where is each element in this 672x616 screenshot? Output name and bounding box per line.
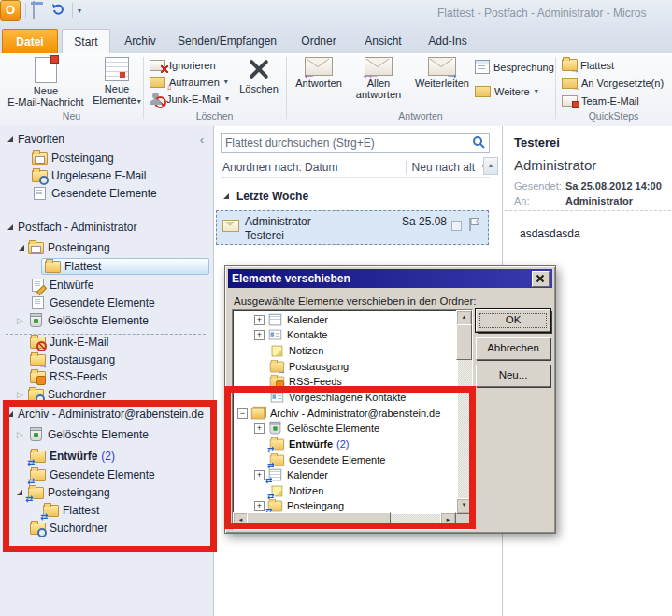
sidebar-item-geloeschte[interactable]: ▷ Gelöschte Elemente	[0, 312, 213, 329]
sidebar-item-archive-suchordner[interactable]: Suchordner	[0, 520, 213, 537]
tab-senden-empfangen[interactable]: Senden/Empfangen	[172, 29, 282, 53]
tree-item-rss[interactable]: RSS-Feeds	[266, 374, 342, 389]
search-icon[interactable]	[472, 136, 485, 151]
ok-button[interactable]: OK	[476, 309, 550, 332]
close-icon[interactable]	[532, 271, 550, 287]
expand-plus-icon[interactable]: +	[254, 501, 265, 511]
tree-item-archiv-gesendete[interactable]: Gesendete Elemente	[266, 452, 385, 467]
tree-item-archiv-geloeschte[interactable]: + Gelöschte Elemente	[254, 421, 379, 436]
expanded-icon[interactable]	[17, 490, 22, 495]
expanded-icon[interactable]	[19, 245, 24, 251]
cancel-button[interactable]: Abbrechen	[476, 337, 550, 360]
tree-item-kontakte[interactable]: + Kontakte	[254, 327, 327, 342]
quickstep-team-email[interactable]: Team-E-Mail	[562, 93, 639, 108]
sidebar-item-archive-geloeschte[interactable]: ▷ Gelöschte Elemente	[0, 426, 213, 443]
list-scroll-up-button[interactable]: ▲	[483, 157, 498, 175]
sidebar-item-postausgang[interactable]: Postausgang	[0, 351, 213, 368]
message-row[interactable]: Administrator Sa 25.08 Testerei	[216, 210, 489, 245]
sidebar-item-ungelesene-email[interactable]: Ungelesene E-Mail	[0, 167, 213, 184]
sidebar-item-archive-flattest[interactable]: Flattest	[0, 502, 213, 519]
expanded-icon[interactable]	[7, 411, 13, 417]
tree-item-vorgeschlagene[interactable]: Vorgeschlagene Kontakte	[266, 390, 406, 405]
tab-archiv[interactable]: Archiv	[116, 29, 164, 53]
sidebar-item-gesendete[interactable]: Gesendete Elemente	[0, 294, 213, 311]
tab-add-ins[interactable]: Add-Ins	[419, 29, 477, 53]
quickstep-an-vorgesetzte[interactable]: → An Vorgesetzte(n)	[562, 75, 664, 91]
expand-plus-icon[interactable]: +	[254, 423, 265, 434]
sidebar-item-entwuerfe[interactable]: Entwürfe	[0, 277, 213, 294]
tree-item-notizen[interactable]: Notizen	[266, 343, 323, 358]
new-folder-button[interactable]: Neu...	[476, 365, 550, 387]
arrange-by-label[interactable]: Anordnen nach: Datum	[222, 161, 337, 174]
dialog-title-bar[interactable]: Elemente verschieben	[228, 269, 552, 288]
tab-start[interactable]: Start	[62, 29, 110, 55]
mailbox-root[interactable]: Postfach - Administrator	[0, 219, 213, 236]
tree-item-archiv[interactable]: − Archiv - Administrator@rabenstein.de	[237, 406, 440, 421]
collapsed-icon[interactable]: ▷	[17, 431, 23, 439]
sidebar-item-archive-gesendete[interactable]: Gesendete Elemente	[0, 466, 213, 483]
move-to-folder-icon: →	[562, 59, 577, 71]
sidebar-item-junk[interactable]: Junk-E-Mail	[0, 334, 213, 351]
message-subject: Testerei	[245, 229, 284, 242]
date-group-header[interactable]: Letzte Woche	[218, 188, 494, 205]
undo-icon[interactable]	[50, 2, 67, 19]
sidebar-item-rss[interactable]: RSS-Feeds	[0, 368, 213, 385]
sidebar-item-flattest[interactable]: Flattest	[0, 258, 213, 275]
expanded-icon[interactable]	[7, 136, 13, 142]
sent-items-icon	[30, 297, 45, 309]
quickstep-flattest[interactable]: → Flattest	[562, 57, 614, 73]
expand-plus-icon[interactable]: +	[254, 315, 265, 325]
collapsed-icon[interactable]: ▷	[17, 391, 23, 399]
meeting-button[interactable]: Besprechung	[475, 59, 554, 75]
archive-root[interactable]: Archiv - Administrator@rabenstein.de	[0, 406, 213, 423]
collapsed-icon[interactable]: ▷	[17, 317, 23, 325]
tree-item-archiv-entwuerfe[interactable]: Entwürfe (2)	[266, 437, 350, 451]
junk-button[interactable]: Junk-E-Mail▾	[150, 91, 229, 107]
trash-icon	[268, 423, 281, 434]
sidebar-item-archive-posteingang[interactable]: Posteingang	[0, 484, 213, 501]
sidebar-item-posteingang[interactable]: Posteingang	[0, 239, 213, 256]
sidebar-item-posteingang-fav[interactable]: Posteingang	[0, 150, 213, 166]
tree-hscrollbar-thumb[interactable]	[247, 512, 391, 529]
search-input[interactable]: Flattest durchsuchen (Strg+E)	[221, 133, 490, 153]
tree-item-archiv-kalender[interactable]: + Kalender	[254, 467, 328, 482]
collapse-minus-icon[interactable]: −	[237, 408, 248, 419]
tab-datei[interactable]: Datei	[2, 29, 58, 54]
list-header[interactable]: Anordnen nach: Datum Neu nach alt ▾	[221, 157, 490, 178]
folder-sync-icon	[270, 438, 283, 450]
expanded-icon[interactable]	[223, 193, 229, 199]
expand-plus-icon[interactable]: +	[254, 470, 265, 480]
sidebar-item-suchordner[interactable]: ▷ Suchordner	[0, 386, 213, 403]
tree-scroll-down-button[interactable]: ▼	[456, 498, 472, 514]
favorites-header[interactable]: Favoriten ‹	[0, 131, 213, 148]
rss-icon	[270, 376, 283, 387]
ignore-button[interactable]: Ignorieren	[150, 57, 216, 73]
tab-ordner[interactable]: Ordner	[292, 29, 346, 53]
tree-item-kalender[interactable]: + Kalender	[254, 312, 328, 327]
folder-tree: + Kalender + Kontakte Notizen Postausgan…	[232, 309, 473, 530]
collapse-pane-button[interactable]: ‹	[200, 133, 204, 147]
qat-customize-icon[interactable]: ▾	[78, 7, 81, 15]
calendar-sync-icon	[268, 469, 281, 480]
forward-icon: →	[428, 57, 456, 76]
flag-icon[interactable]	[468, 217, 480, 236]
expand-plus-icon[interactable]: +	[254, 330, 265, 340]
expanded-icon[interactable]	[7, 224, 13, 230]
forward-mail-icon: →	[562, 78, 578, 89]
tree-scrollbar-thumb[interactable]	[456, 324, 472, 360]
sort-order-label[interactable]: Neu nach alt	[412, 161, 475, 174]
more-button[interactable]: Weitere▾	[475, 83, 538, 99]
sidebar-item-gesendete-fav[interactable]: Gesendete Elemente	[0, 185, 213, 202]
sidebar-item-archive-entwuerfe[interactable]: Entwürfe (2)	[0, 448, 213, 465]
outlook-app-icon[interactable]: O	[0, 0, 21, 21]
cleanup-button[interactable]: Aufräumen▾	[150, 74, 228, 90]
tab-ansicht[interactable]: Ansicht	[355, 29, 411, 53]
tree-scroll-right-button[interactable]: ►	[440, 512, 456, 529]
ribbon-tab-row: Datei Start Archiv Senden/Empfangen Ordn…	[0, 26, 672, 53]
send-receive-icon[interactable]	[31, 2, 48, 19]
category-box-icon[interactable]	[451, 221, 462, 231]
tree-item-postausgang[interactable]: Postausgang	[266, 359, 349, 374]
title-bar: O ▾ Flattest - Postfach - Administrator …	[0, 0, 672, 26]
tree-item-archiv-notizen[interactable]: Notizen	[266, 483, 323, 498]
outbox-icon	[30, 354, 45, 366]
